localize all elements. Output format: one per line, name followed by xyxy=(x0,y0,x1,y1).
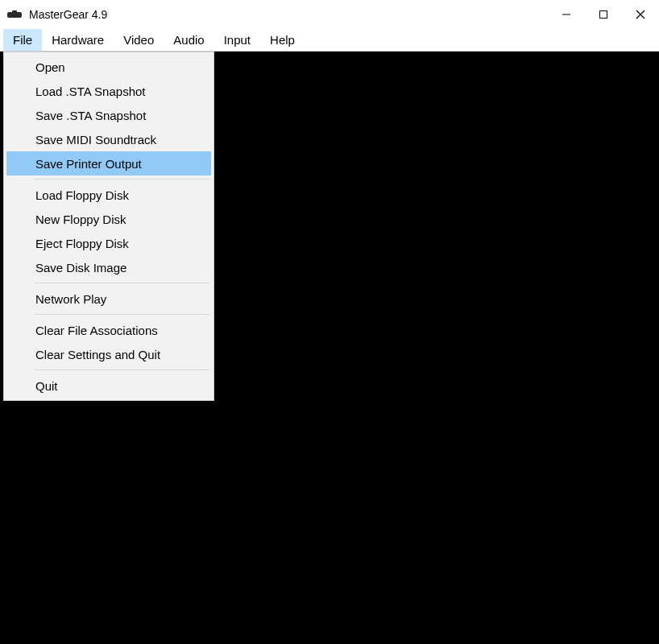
window-controls xyxy=(548,0,659,29)
menu-video[interactable]: Video xyxy=(114,29,164,51)
menu-audio[interactable]: Audio xyxy=(164,29,213,51)
menu-item-eject-floppy[interactable]: Eject Floppy Disk xyxy=(6,231,211,255)
menu-separator xyxy=(34,369,209,370)
menu-item-save-midi[interactable]: Save MIDI Soundtrack xyxy=(6,127,211,151)
menu-item-new-floppy[interactable]: New Floppy Disk xyxy=(6,207,211,231)
menu-item-load-floppy[interactable]: Load Floppy Disk xyxy=(6,183,211,207)
menu-separator xyxy=(34,179,209,180)
titlebar: MasterGear 4.9 xyxy=(0,0,659,29)
menu-hardware[interactable]: Hardware xyxy=(42,29,114,51)
menu-item-quit[interactable]: Quit xyxy=(6,374,211,398)
menu-help[interactable]: Help xyxy=(260,29,305,51)
maximize-button[interactable] xyxy=(585,0,622,29)
menu-file[interactable]: File xyxy=(3,29,42,51)
window-title: MasterGear 4.9 xyxy=(29,8,107,21)
file-menu-dropdown: Open Load .STA Snapshot Save .STA Snapsh… xyxy=(3,52,214,401)
menubar: File Hardware Video Audio Input Help xyxy=(0,29,659,52)
menu-item-save-printer[interactable]: Save Printer Output xyxy=(6,151,211,175)
menu-item-save-sta[interactable]: Save .STA Snapshot xyxy=(6,103,211,127)
svg-rect-1 xyxy=(12,10,17,14)
minimize-button[interactable] xyxy=(548,0,585,29)
menu-input[interactable]: Input xyxy=(214,29,260,51)
menu-item-load-sta[interactable]: Load .STA Snapshot xyxy=(6,79,211,103)
close-button[interactable] xyxy=(622,0,659,29)
menu-separator xyxy=(34,283,209,283)
menu-item-clear-quit[interactable]: Clear Settings and Quit xyxy=(6,342,211,366)
svg-rect-3 xyxy=(600,11,607,19)
menu-item-save-disk-image[interactable]: Save Disk Image xyxy=(6,255,211,279)
menu-separator xyxy=(34,314,209,315)
app-window: MasterGear 4.9 File Hardware Video Audio… xyxy=(0,0,659,644)
menu-item-clear-assoc[interactable]: Clear File Associations xyxy=(6,318,211,342)
menu-item-network-play[interactable]: Network Play xyxy=(6,287,211,311)
app-icon xyxy=(6,9,23,20)
menu-item-open[interactable]: Open xyxy=(6,55,211,79)
